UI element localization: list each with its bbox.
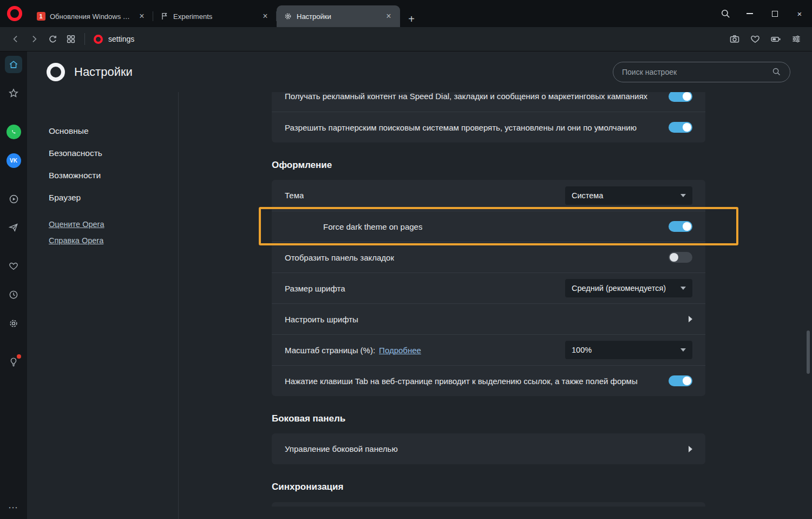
setting-row-manage-sidebar[interactable]: Управление боковой панелью <box>272 433 705 464</box>
setting-label: Размер шрифта <box>285 284 345 293</box>
whatsapp-badge <box>6 125 21 139</box>
chevron-down-icon <box>680 194 686 197</box>
page-title: Настройки <box>74 65 133 79</box>
settings-main: Получать рекламный контент на Speed Dial… <box>179 92 812 519</box>
setting-label: Разрешить партнерским поисковым системам… <box>285 123 637 132</box>
speed-dial-icon[interactable] <box>62 30 80 48</box>
tab-strip: 1 Обновления Windows 11 | × Experiments … <box>30 0 420 27</box>
notification-dot <box>17 354 21 359</box>
tab-close-icon[interactable]: × <box>384 11 394 21</box>
maximize-button[interactable] <box>762 0 787 27</box>
font-size-select[interactable]: Средний (рекомендуется) <box>565 279 692 297</box>
section-title-sidebar: Боковая панель <box>272 413 705 424</box>
divider <box>84 33 85 45</box>
toggle-partner-search[interactable] <box>669 122 692 133</box>
search-icon[interactable] <box>713 0 737 27</box>
settings-nav: Основные Безопасность Возможности Браузе… <box>27 92 179 519</box>
tab-close-icon[interactable]: × <box>137 11 147 21</box>
camera-icon[interactable] <box>725 30 744 48</box>
new-tab-button[interactable]: + <box>403 11 420 27</box>
flag-icon <box>160 12 169 21</box>
theme-select[interactable]: Система <box>565 186 692 205</box>
sync-card-edge <box>272 502 705 507</box>
toggle-knob <box>683 222 691 231</box>
battery-saver-icon[interactable] <box>767 30 785 48</box>
chevron-right-icon <box>689 446 692 452</box>
app-area: VK ⋯ <box>0 51 812 519</box>
reload-icon[interactable] <box>43 30 62 48</box>
toolbar-right <box>725 30 806 48</box>
toggle-bookmarks-bar[interactable] <box>669 252 692 263</box>
minimize-button[interactable] <box>737 0 762 27</box>
tab-experiments[interactable]: Experiments × <box>153 5 277 27</box>
setting-row-tab-key-highlight: Нажатие клавиши Tab на веб-странице прив… <box>272 365 705 396</box>
lightbulb-icon[interactable] <box>5 353 22 371</box>
browser-window: 1 Обновления Windows 11 | × Experiments … <box>0 0 812 519</box>
search-icon <box>772 67 781 76</box>
easy-setup-icon[interactable] <box>787 30 806 48</box>
chevron-down-icon <box>680 348 686 352</box>
nav-links: Оцените Opera Справка Opera <box>49 220 178 245</box>
settings-content: Настройки Основные Безопасность Возможно… <box>27 51 812 519</box>
tab-title: Настройки <box>297 12 379 21</box>
zoom-details-link[interactable]: Подробнее <box>379 346 421 355</box>
minimize-icon <box>746 13 753 14</box>
font-size-select-value: Средний (рекомендуется) <box>572 284 666 293</box>
address-bar[interactable]: settings <box>108 35 134 43</box>
back-icon[interactable] <box>6 30 25 48</box>
close-window-button[interactable]: × <box>787 0 812 27</box>
settings-search-input[interactable] <box>622 68 772 76</box>
nav-item-browser[interactable]: Браузер <box>49 193 178 203</box>
vk-icon[interactable]: VK <box>5 152 22 169</box>
setting-label: Отобразить панель закладок <box>285 253 394 262</box>
whatsapp-icon[interactable] <box>5 123 22 140</box>
favorites-heart-icon[interactable] <box>5 257 22 275</box>
heart-icon[interactable] <box>746 30 764 48</box>
tab-settings[interactable]: Настройки × <box>277 5 400 27</box>
setting-row-force-dark-theme: Force dark theme on pages <box>272 211 705 242</box>
nav-item-features[interactable]: Возможности <box>49 171 178 180</box>
setting-label: Force dark theme on pages <box>285 222 422 231</box>
toolbar: settings <box>0 27 812 51</box>
bookmarks-star-icon[interactable] <box>5 85 22 102</box>
history-clock-icon[interactable] <box>5 286 22 303</box>
tab-title: Experiments <box>173 12 256 21</box>
opera-logo-icon[interactable] <box>7 6 22 21</box>
toggle-knob <box>683 123 691 132</box>
setting-label: Масштаб страницы (%): <box>285 346 375 355</box>
my-flow-icon[interactable] <box>5 219 22 236</box>
setting-row-speed-dial-ads: Получать рекламный контент на Speed Dial… <box>272 92 705 112</box>
toggle-force-dark-theme[interactable] <box>669 221 692 232</box>
toggle-tab-key-highlight[interactable] <box>669 375 692 386</box>
rate-opera-link[interactable]: Оцените Opera <box>49 220 178 229</box>
setting-row-theme: Тема Система <box>272 180 705 211</box>
opera-badge-icon <box>94 35 103 44</box>
setting-row-customize-fonts[interactable]: Настроить шрифты <box>272 303 705 334</box>
settings-body: Основные Безопасность Возможности Браузе… <box>27 92 812 519</box>
tab-close-icon[interactable]: × <box>260 11 270 21</box>
badge-icon: 1 <box>37 12 45 21</box>
nav-item-basic[interactable]: Основные <box>49 126 178 136</box>
setting-label: Получать рекламный контент на Speed Dial… <box>285 92 647 101</box>
theme-select-value: Система <box>572 191 603 200</box>
more-icon[interactable]: ⋯ <box>8 502 19 514</box>
settings-gear-icon[interactable] <box>5 315 22 332</box>
toggle-speed-dial-ads[interactable] <box>669 92 692 102</box>
setting-label: Управление боковой панелью <box>285 444 398 453</box>
windows-update-favicon: 1 <box>36 12 45 21</box>
scrollbar[interactable] <box>807 330 810 374</box>
help-opera-link[interactable]: Справка Opera <box>49 236 178 245</box>
maximize-icon <box>772 11 778 17</box>
setting-label: Тема <box>285 191 304 200</box>
toggle-knob <box>670 253 678 262</box>
forward-icon[interactable] <box>25 30 43 48</box>
page-zoom-select[interactable]: 100% <box>565 341 692 359</box>
nav-item-security[interactable]: Безопасность <box>49 148 178 158</box>
player-icon[interactable] <box>5 190 22 207</box>
tab-windows-updates[interactable]: 1 Обновления Windows 11 | × <box>30 5 153 27</box>
settings-search[interactable] <box>613 62 790 82</box>
home-icon[interactable] <box>5 56 22 73</box>
gear-icon <box>283 12 292 21</box>
setting-row-page-zoom: Масштаб страницы (%): Подробнее 100% <box>272 334 705 365</box>
vk-badge: VK <box>6 153 21 168</box>
